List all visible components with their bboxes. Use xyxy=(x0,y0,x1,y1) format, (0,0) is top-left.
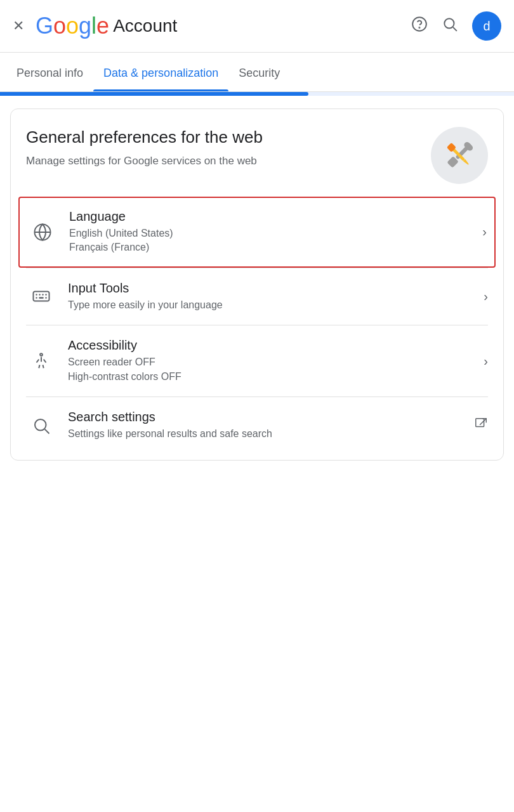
header-title: Account xyxy=(113,16,177,36)
language-arrow-icon: › xyxy=(482,225,487,239)
card-text: General preferences for the web Manage s… xyxy=(26,127,263,169)
input-tools-title: Input Tools xyxy=(68,281,477,296)
nav-tabs: Personal info Data & personalization Sec… xyxy=(0,53,514,92)
svg-rect-12 xyxy=(34,292,49,301)
input-tools-content: Input Tools Type more easily in your lan… xyxy=(68,281,477,312)
language-title: Language xyxy=(69,209,476,224)
svg-line-3 xyxy=(453,27,457,31)
search-settings-title: Search settings xyxy=(68,410,468,424)
svg-line-24 xyxy=(480,419,486,425)
globe-icon xyxy=(27,223,58,242)
tools-icon xyxy=(440,136,479,175)
search-settings-content: Search settings Settings like personal r… xyxy=(68,410,468,441)
help-icon[interactable] xyxy=(411,16,428,36)
input-tools-subtitle: Type more easily in your language xyxy=(68,298,477,312)
language-content: Language English (United States) Françai… xyxy=(69,209,476,255)
search-settings-item[interactable]: Search settings Settings like personal r… xyxy=(26,397,488,454)
accessibility-icon xyxy=(26,351,56,370)
accessibility-subtitle: Screen reader OFF High-contrast colors O… xyxy=(68,355,477,384)
card-icon xyxy=(431,127,488,184)
card-header: General preferences for the web Manage s… xyxy=(26,127,488,184)
search-settings-icon xyxy=(26,416,56,435)
search-settings-subtitle: Settings like personal results and safe … xyxy=(68,427,468,441)
language-subtitle: English (United States) Français (France… xyxy=(69,226,476,255)
svg-line-22 xyxy=(45,429,49,433)
svg-point-21 xyxy=(35,419,46,431)
main-content: General preferences for the web Manage s… xyxy=(0,96,514,473)
card-description: Manage settings for Google services on t… xyxy=(26,154,263,169)
search-icon[interactable] xyxy=(442,16,458,36)
tab-security[interactable]: Security xyxy=(228,53,290,91)
external-link-icon xyxy=(474,417,488,434)
header-icons: d xyxy=(411,11,501,41)
accessibility-arrow-icon: › xyxy=(484,354,488,369)
svg-point-1 xyxy=(419,27,419,28)
tab-data-personalization[interactable]: Data & personalization xyxy=(93,53,228,91)
avatar[interactable]: d xyxy=(472,11,501,41)
svg-point-2 xyxy=(444,18,454,28)
accessibility-item[interactable]: Accessibility Screen reader OFF High-con… xyxy=(26,325,488,396)
language-item[interactable]: Language English (United States) Françai… xyxy=(18,197,496,268)
close-button[interactable]: ✕ xyxy=(13,18,24,34)
card-title: General preferences for the web xyxy=(26,127,263,148)
svg-point-20 xyxy=(40,353,43,356)
accessibility-content: Accessibility Screen reader OFF High-con… xyxy=(68,338,477,384)
accessibility-title: Accessibility xyxy=(68,338,477,353)
header: ✕ Google Account d xyxy=(0,0,514,53)
keyboard-icon xyxy=(26,287,56,306)
google-logo: Google xyxy=(36,13,109,39)
input-tools-item[interactable]: Input Tools Type more easily in your lan… xyxy=(26,268,488,325)
tab-personal-info[interactable]: Personal info xyxy=(6,53,93,91)
input-tools-arrow-icon: › xyxy=(484,289,488,304)
svg-point-0 xyxy=(412,17,426,31)
preferences-card: General preferences for the web Manage s… xyxy=(10,108,504,461)
scroll-indicator xyxy=(0,92,514,96)
